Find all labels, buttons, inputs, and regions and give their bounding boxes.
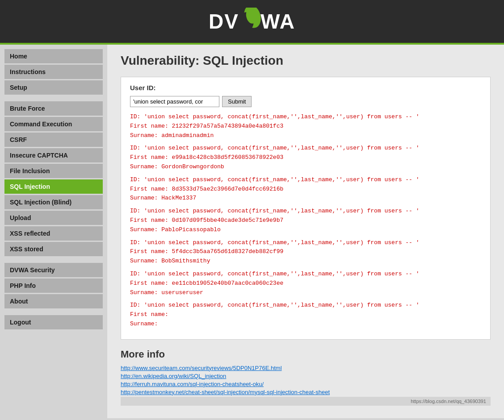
page-title: Vulnerability: SQL Injection xyxy=(121,54,491,68)
sidebar-item-file-inclusion[interactable]: File Inclusion xyxy=(4,164,103,178)
user-id-input[interactable] xyxy=(130,96,219,107)
results-container: ID: 'union select password, concat(first… xyxy=(130,112,481,329)
result-entry-3: ID: 'union select password, concat(first… xyxy=(130,207,481,234)
more-info-link-3[interactable]: http://pentestmonkey.net/cheat-sheet/sql… xyxy=(121,389,491,395)
content-area: Vulnerability: SQL Injection User ID: Su… xyxy=(107,45,504,418)
sidebar-item-insecure-captcha[interactable]: Insecure CAPTCHA xyxy=(4,148,103,162)
sidebar-item-dvwa-security[interactable]: DVWA Security xyxy=(4,263,103,277)
sidebar-item-xss-reflected[interactable]: XSS reflected xyxy=(4,226,103,241)
result-id-line: ID: 'union select password, concat(first… xyxy=(130,176,420,183)
sidebar-item-xss-stored[interactable]: XSS stored xyxy=(4,242,103,256)
result-first-name: First name: 21232f297a57a5a743894a0e4a80… xyxy=(130,123,283,129)
result-entry-1: ID: 'union select password, concat(first… xyxy=(130,144,481,171)
logo-leaf-icon xyxy=(238,8,261,35)
sidebar-item-php-info[interactable]: PHP Info xyxy=(4,279,103,293)
result-surname: Surname: GordonBrowngordonb xyxy=(130,163,224,170)
result-surname: Surname: BobSmithsmithy xyxy=(130,258,210,264)
sidebar-item-upload[interactable]: Upload xyxy=(4,211,103,225)
submit-button[interactable]: Submit xyxy=(222,96,252,107)
more-info-title: More info xyxy=(121,349,491,360)
sidebar-item-csrf[interactable]: CSRF xyxy=(4,133,103,147)
result-first-name: First name: ee11cbb19052e40b07aac0ca060c… xyxy=(130,280,283,287)
result-entry-6: ID: 'union select password, concat(first… xyxy=(130,301,481,329)
result-first-name: First name: xyxy=(130,311,168,318)
result-surname: Surname: PabloPicassopablo xyxy=(130,226,221,233)
sidebar: Home Instructions Setup Brute Force Comm… xyxy=(0,45,107,418)
result-id-line: ID: 'union select password, concat(first… xyxy=(130,145,420,151)
result-entry-5: ID: 'union select password, concat(first… xyxy=(130,270,481,297)
result-surname: Surname: adminadminadmin xyxy=(130,132,214,139)
more-info-link-2[interactable]: http://ferruh.mavituna.com/sql-injection… xyxy=(121,381,491,387)
sidebar-item-command-execution[interactable]: Command Execution xyxy=(4,117,103,131)
more-info-links: http://www.securiteam.com/securityreview… xyxy=(121,365,491,395)
sidebar-item-sql-injection[interactable]: SQL Injection xyxy=(4,179,103,194)
header: DV WA xyxy=(0,0,504,45)
sidebar-item-brute-force[interactable]: Brute Force xyxy=(4,101,103,116)
sidebar-item-instructions[interactable]: Instructions xyxy=(4,65,103,79)
result-id-line: ID: 'union select password, concat(first… xyxy=(130,113,420,120)
sidebar-item-logout[interactable]: Logout xyxy=(4,315,103,329)
more-info-link-0[interactable]: http://www.securiteam.com/securityreview… xyxy=(121,365,491,371)
result-id-line: ID: 'union select password, concat(first… xyxy=(130,208,420,214)
result-first-name: First name: e99a18c428cb38d5f26085367892… xyxy=(130,154,283,161)
result-first-name: First name: 5f4dcc3b5aa765d61d8327deb882… xyxy=(130,248,283,255)
sidebar-item-about[interactable]: About xyxy=(4,294,103,308)
result-first-name: First name: 8d3533d75ae2c3966d7e0d4fcc69… xyxy=(130,186,283,192)
logo-text: DV xyxy=(209,9,239,33)
footer-hint: https://blog.csdn.net/qq_43690391 xyxy=(121,397,491,406)
more-info-link-1[interactable]: http://en.wikipedia.org/wiki/SQL_injecti… xyxy=(121,373,491,379)
result-entry-2: ID: 'union select password, concat(first… xyxy=(130,175,481,203)
result-entry-4: ID: 'union select password, concat(first… xyxy=(130,238,481,266)
form-box: User ID: Submit ID: 'union select passwo… xyxy=(121,77,491,340)
sidebar-item-sql-injection-blind[interactable]: SQL Injection (Blind) xyxy=(4,195,103,209)
form-label: User ID: xyxy=(130,84,481,91)
result-surname: Surname: HackMe1337 xyxy=(130,195,196,201)
logo-text2: WA xyxy=(260,9,295,33)
result-entry-0: ID: 'union select password, concat(first… xyxy=(130,112,481,140)
sidebar-item-setup[interactable]: Setup xyxy=(4,80,103,95)
result-first-name: First name: 0d107d09f5bbe40cade3de5c71e9… xyxy=(130,217,283,224)
result-id-line: ID: 'union select password, concat(first… xyxy=(130,302,420,308)
result-id-line: ID: 'union select password, concat(first… xyxy=(130,270,420,277)
result-surname: Surname: useruseruser xyxy=(130,289,203,296)
result-id-line: ID: 'union select password, concat(first… xyxy=(130,239,420,246)
result-surname: Surname: xyxy=(130,320,158,327)
sidebar-item-home[interactable]: Home xyxy=(4,49,103,63)
